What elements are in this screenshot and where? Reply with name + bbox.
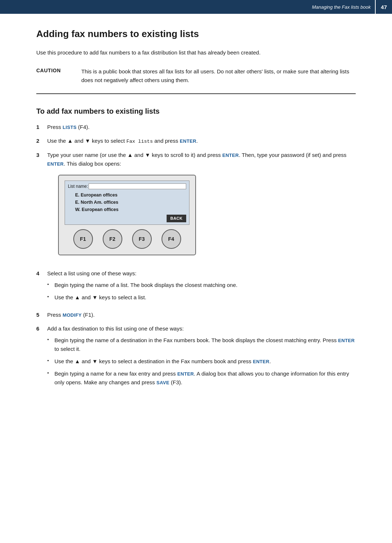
page-number: 47	[375, 0, 392, 14]
bullet-dot: ●	[47, 293, 54, 299]
dialog-back-row: BACK	[68, 215, 186, 223]
caution-label: CAUTION	[36, 67, 73, 73]
step-4-content: Select a list using one of these ways: ●…	[47, 269, 356, 305]
list-name-input[interactable]	[89, 183, 186, 189]
page-title: Adding fax numbers to existing lists	[36, 28, 356, 40]
dialog-list-item-3: W. European offices	[75, 206, 186, 213]
dialog-box-wrapper: List name: E. European offices E. North …	[58, 175, 356, 256]
step-5-content: Press Modify (F1).	[47, 311, 356, 319]
header-bar: Managing the Fax lists book 47	[0, 0, 392, 14]
list-name-row: List name:	[68, 183, 186, 190]
header-title: Managing the Fax lists book	[0, 4, 375, 10]
bullet-dot: ●	[47, 369, 54, 376]
step-6-bullet-2: ● Use the ▲ and ▼ keys to select a desti…	[47, 357, 356, 366]
save-key: Save	[156, 380, 170, 385]
enter-key-6b: Enter	[253, 359, 270, 364]
step-6-bullet-1-text: Begin typing the name of a destination i…	[54, 336, 356, 353]
step-4: 4 Select a list using one of these ways:…	[36, 269, 356, 305]
section-heading: To add fax numbers to existing lists	[36, 107, 356, 116]
modify-key: Modify	[63, 312, 82, 318]
step-6-bullet-3: ● Begin typing a name for a new fax entr…	[47, 369, 356, 387]
dialog-list-item-2: E. North Am. offices	[75, 199, 186, 206]
f2-button[interactable]: F2	[103, 229, 122, 249]
step-4-bullets: ● Begin typing the name of a list. The b…	[47, 281, 356, 302]
step-5: 5 Press Modify (F1).	[36, 311, 356, 319]
f4-button[interactable]: F4	[162, 229, 181, 249]
step-4-bullet-2-text: Use the ▲ and ▼ keys to select a list.	[54, 293, 356, 302]
caution-text: This is a public book that stores all fa…	[81, 67, 356, 85]
step-4-number: 4	[36, 269, 47, 278]
bullet-dot: ●	[47, 336, 54, 342]
dialog-screen: List name: E. European offices E. North …	[65, 181, 189, 225]
step-6-content: Add a fax destination to this list using…	[47, 324, 356, 390]
step-3-content: Type your user name (or use the ▲ and ▼ …	[47, 151, 356, 264]
list-name-label: List name:	[68, 183, 88, 190]
back-button[interactable]: BACK	[167, 215, 186, 223]
step-3-number: 3	[36, 151, 47, 159]
dialog-list-item-1: E. European offices	[75, 191, 186, 199]
intro-paragraph: Use this procedure to add fax numbers to…	[36, 48, 356, 57]
step-2-content: Use the ▲ and ▼ keys to select Fax lists…	[47, 137, 356, 146]
bullet-dot: ●	[47, 357, 54, 363]
step-1: 1 Press Lists (F4).	[36, 123, 356, 131]
enter-key-3b: Enter	[47, 161, 64, 167]
dialog-box: List name: E. European offices E. North …	[58, 175, 196, 256]
fn-buttons-row: F1 F2 F3 F4	[65, 229, 189, 249]
main-content: Adding fax numbers to existing lists Use…	[0, 14, 392, 420]
step-5-number: 5	[36, 311, 47, 319]
dialog-list-items: E. European offices E. North Am. offices…	[75, 191, 186, 213]
caution-section: CAUTION This is a public book that store…	[36, 67, 356, 94]
step-3: 3 Type your user name (or use the ▲ and …	[36, 151, 356, 264]
step-1-content: Press Lists (F4).	[47, 123, 356, 131]
step-2: 2 Use the ▲ and ▼ keys to select Fax lis…	[36, 137, 356, 146]
step-1-number: 1	[36, 123, 47, 131]
step-6-bullets: ● Begin typing the name of a destination…	[47, 336, 356, 387]
step-4-bullet-2: ● Use the ▲ and ▼ keys to select a list.	[47, 293, 356, 302]
enter-key-2: Enter	[180, 138, 196, 144]
step-6-bullet-3-text: Begin typing a name for a new fax entry …	[54, 369, 356, 387]
enter-key-6a: Enter	[338, 338, 355, 343]
f3-button[interactable]: F3	[132, 229, 152, 249]
lists-key: Lists	[63, 125, 77, 130]
enter-key-3a: Enter	[222, 153, 239, 158]
f1-button[interactable]: F1	[73, 229, 93, 249]
step-6-bullet-2-text: Use the ▲ and ▼ keys to select a destina…	[54, 357, 356, 366]
steps-list: 1 Press Lists (F4). 2 Use the ▲ and ▼ ke…	[36, 123, 356, 390]
enter-key-6c: Enter	[177, 371, 194, 377]
step-4-bullet-1-text: Begin typing the name of a list. The boo…	[54, 281, 356, 289]
step-4-bullet-1: ● Begin typing the name of a list. The b…	[47, 281, 356, 289]
fax-lists-code: Fax lists	[126, 139, 153, 144]
step-2-number: 2	[36, 137, 47, 145]
step-6-number: 6	[36, 324, 47, 333]
step-6: 6 Add a fax destination to this list usi…	[36, 324, 356, 390]
bullet-dot: ●	[47, 281, 54, 287]
step-6-bullet-1: ● Begin typing the name of a destination…	[47, 336, 356, 353]
